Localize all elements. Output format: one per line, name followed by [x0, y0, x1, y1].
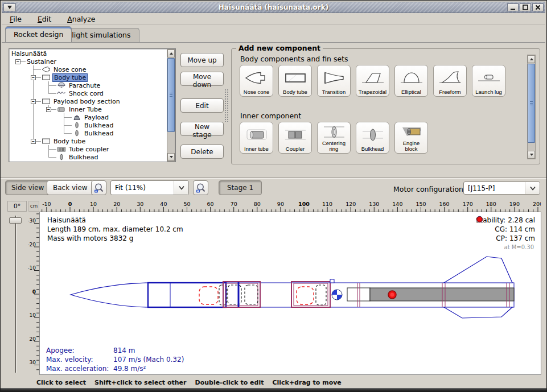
add-trapezoidal-button[interactable]: Trapezoidal [356, 65, 389, 97]
tree-expand-box[interactable]: − [15, 59, 20, 64]
splitter-handle[interactable] [224, 89, 229, 122]
delete-button[interactable]: Delete [180, 145, 224, 159]
rocket-info: Haisunäätä Length 189 cm, max. diameter … [47, 216, 183, 243]
motor-configuration-select[interactable]: [J115-P] [463, 181, 540, 195]
zoom-in-button[interactable] [193, 180, 208, 195]
bulkhead-icon [360, 123, 385, 146]
menu-edit[interactable]: Edit [38, 15, 51, 23]
bulkhead-tree-icon [56, 154, 66, 161]
add-bulkhead-button[interactable]: Bulkhead [356, 122, 389, 154]
stage-1-toggle[interactable]: Stage 1 [219, 180, 262, 195]
svg-text:170: 170 [463, 201, 473, 207]
tree-item-label: Payload [83, 114, 110, 121]
tree-expand-box[interactable]: − [31, 139, 36, 144]
tree-item-nose-cone[interactable]: Nose cone [10, 65, 166, 73]
launch-lug-shape[interactable] [330, 279, 334, 283]
top-fin-shape[interactable] [444, 257, 512, 283]
tree-item-label: Bulkhead [83, 130, 114, 137]
tree-scrollbar-thumb[interactable] [167, 58, 175, 132]
tree-item-bulkhead[interactable]: Bulkhead [10, 153, 166, 161]
add-elliptical-button[interactable]: Elliptical [394, 65, 428, 97]
tree-scrollbar[interactable] [167, 49, 175, 162]
tree-item-shock-cord[interactable]: Shock cord [10, 89, 166, 97]
menu-file[interactable]: File [10, 15, 22, 23]
tree-item-bulkhead[interactable]: Bulkhead [10, 121, 166, 129]
tree-item-bulkhead[interactable]: Bulkhead [10, 129, 166, 137]
add-nose-cone-button[interactable]: Nose cone [240, 65, 273, 97]
scroll-up-button[interactable] [167, 49, 175, 57]
move-down-button[interactable]: Move down [180, 72, 224, 86]
add-coupler-button[interactable]: Coupler [278, 122, 312, 154]
zoom-out-button[interactable] [91, 180, 106, 195]
edit-button[interactable]: Edit [180, 98, 224, 113]
add-component-groupbox: Add new component Body components and fi… [231, 48, 540, 164]
max-acceleration-value: 49.8 m/s² [113, 364, 146, 373]
svg-text:70: 70 [231, 201, 237, 207]
svg-text:-20: -20 [28, 242, 36, 247]
tree-item-payload-body-section[interactable]: −Payload body section [10, 97, 166, 105]
scroll-down-button[interactable] [528, 151, 535, 159]
rocket-diagram-canvas[interactable]: Haisunäätä Length 189 cm, max. diameter … [39, 212, 541, 375]
tree-item-haisun-t[interactable]: Haisunäätä [10, 49, 166, 57]
tree-item-label: Body tube [52, 138, 87, 145]
tree-item-sustainer[interactable]: −Sustainer [10, 57, 166, 65]
tree-expand-box[interactable]: − [46, 107, 51, 112]
component-scrollbar-thumb[interactable] [528, 64, 535, 143]
scroll-up-button[interactable] [528, 55, 535, 63]
tree-expand-box[interactable]: − [31, 99, 36, 104]
add-freeform-button[interactable]: Freeform [433, 65, 467, 97]
tree-expand-box[interactable]: − [31, 75, 36, 80]
hint-double-click: Double-click to edit [195, 379, 264, 386]
horizontal-ruler: -100102030405060708090100110120130140150… [39, 201, 541, 212]
svg-text:120: 120 [346, 201, 356, 207]
add-inner-tube-button[interactable]: Inner tube [240, 122, 273, 154]
body-tube-tree-icon [41, 74, 51, 81]
maximize-button[interactable] [520, 3, 531, 11]
tree-item-body-tube[interactable]: −Body tube [10, 137, 166, 145]
max-acceleration-label: Max. acceleration: [46, 364, 113, 373]
rotation-slider-handle[interactable] [9, 217, 22, 224]
add-engine-block-button[interactable]: Engine block [394, 122, 428, 154]
nose-cone-shape[interactable] [71, 283, 148, 307]
inner-component-label: Inner component [240, 112, 301, 120]
tree-item-tube-coupler[interactable]: Tube coupler [10, 145, 166, 153]
transition-icon [322, 67, 347, 89]
minimize-button[interactable] [507, 3, 519, 11]
move-up-button[interactable]: Move up [180, 53, 224, 67]
add-body-tube-button[interactable]: Body tube [278, 65, 312, 97]
tree-item-inner-tube[interactable]: −Inner Tube [10, 105, 166, 113]
svg-text:10: 10 [90, 201, 97, 207]
add-launch-lug-button[interactable]: Launch lug [472, 65, 505, 97]
side-view-button[interactable]: Side view [5, 180, 50, 195]
bottom-fin-shape[interactable] [444, 307, 512, 318]
application-window: Haisunäätä (haisunaata.ork) File Edit An… [0, 0, 547, 392]
tree-item-body-tube[interactable]: −Body tube [10, 73, 166, 81]
component-tree[interactable]: Haisunäätä−SustainerNose cone−Body tubeP… [10, 49, 166, 161]
motor-mount-tube-shape[interactable] [347, 288, 370, 301]
zoom-select-arrow[interactable] [174, 181, 188, 195]
component-panel-scrollbar[interactable] [527, 55, 536, 159]
new-stage-button[interactable]: New stage [180, 122, 224, 136]
close-button[interactable] [532, 3, 544, 11]
tree-item-payload[interactable]: Payload [10, 113, 166, 121]
trapezoidal-fin-icon [360, 67, 385, 89]
nose-cone-icon [244, 67, 269, 89]
add-centering-ring-button[interactable]: Centering ring [317, 122, 351, 154]
add-transition-button[interactable]: Transition [317, 65, 351, 97]
rotation-slider-track[interactable] [15, 216, 17, 373]
zoom-level-select[interactable]: Fit (11%) [110, 180, 189, 195]
tube-coupler-icon [56, 146, 66, 153]
motor-select-arrow[interactable] [525, 182, 540, 194]
mach-note: at M=0.30 [476, 243, 535, 252]
tree-item-parachute[interactable]: Parachute [10, 81, 166, 89]
launch-lug-icon [476, 67, 501, 89]
tree-item-label: Tube coupler [68, 146, 110, 153]
menu-analyze[interactable]: Analyze [67, 15, 95, 23]
tab-rocket-design[interactable]: Rocket design [5, 26, 72, 42]
tree-item-label: Body tube [52, 73, 88, 82]
scroll-down-button[interactable] [167, 153, 175, 161]
title-bar[interactable]: Haisunäätä (haisunaata.ork) [2, 2, 545, 13]
svg-text:-10: -10 [28, 265, 36, 271]
zoom-in-icon [195, 183, 206, 193]
back-view-button[interactable]: Back view [47, 180, 94, 195]
